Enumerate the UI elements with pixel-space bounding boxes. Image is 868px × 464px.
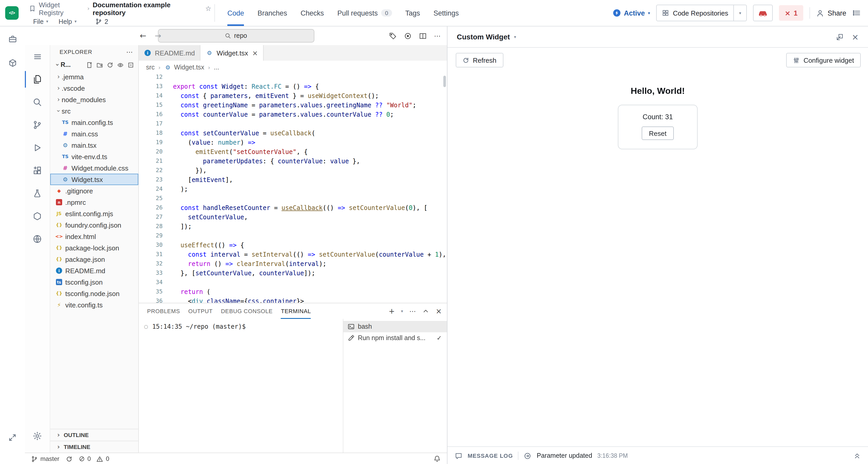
configure-widget-button[interactable]: Configure widget	[786, 53, 861, 67]
eye-icon[interactable]	[117, 61, 124, 68]
breadcrumb-item-widget-tsx[interactable]: ⚙Widget.tsx	[164, 64, 204, 71]
code-line[interactable]: 34	[139, 278, 447, 287]
tree-item-vite-env-d-ts[interactable]: TSvite-env.d.ts	[50, 151, 138, 162]
code-line[interactable]: 35 return (	[139, 287, 447, 296]
app-menu-icon[interactable]	[852, 9, 861, 17]
search-icon[interactable]	[25, 91, 50, 114]
editor-tab-widget-tsx[interactable]: ⚙Widget.tsx×	[201, 45, 264, 61]
close-tab-icon[interactable]: ×	[252, 49, 258, 57]
globe-icon[interactable]	[25, 228, 50, 251]
back-arrow-icon[interactable]: ←	[140, 31, 146, 40]
tree-item-foundry-config-json[interactable]: {}foundry.config.json	[50, 219, 138, 231]
code-editor[interactable]: 1213export const Widget: React.FC = () =…	[139, 74, 447, 303]
code-line[interactable]: 31 const interval = setInterval(() => se…	[139, 250, 447, 259]
extensions-icon[interactable]	[25, 159, 50, 182]
message-log-bar[interactable]: MESSAGE LOG Parameter updated 3:16:38 PM	[447, 446, 868, 464]
explorer-root-row[interactable]: › R...	[50, 59, 138, 71]
tree-item-main-config-ts[interactable]: TSmain.config.ts	[50, 117, 138, 128]
forward-arrow-icon[interactable]: →	[155, 31, 161, 40]
panel-more-icon[interactable]: ⋯	[409, 307, 416, 315]
timeline-section[interactable]: › TIMELINE	[50, 441, 138, 453]
repo-tab-settings[interactable]: Settings	[433, 0, 459, 26]
widgets-hexagon-icon[interactable]	[25, 205, 50, 228]
command-search-input[interactable]: repo	[158, 29, 314, 42]
repo-tab-branches[interactable]: Branches	[258, 0, 287, 26]
code-line[interactable]: 30 useEffect(() => {	[139, 240, 447, 250]
tag-icon[interactable]	[389, 32, 397, 40]
editor-tab-readme-md[interactable]: iREADME.md	[139, 45, 201, 61]
tree-item-node-modules[interactable]: ›node_modules	[50, 94, 138, 105]
code-line[interactable]: 27 setCounterValue,	[139, 212, 447, 222]
code-line[interactable]: 19 (value: number) =>	[139, 138, 447, 147]
code-line[interactable]: 17	[139, 119, 447, 128]
new-file-icon[interactable]	[86, 61, 93, 68]
code-line[interactable]: 14 const { parameters, emitEvent } = use…	[139, 91, 447, 100]
close-panel-icon[interactable]: ×	[852, 32, 859, 42]
tree-item-package-lock-json[interactable]: {}package-lock.json	[50, 242, 138, 254]
code-line[interactable]: 23 [emitEvent],	[139, 175, 447, 184]
tree-item-main-css[interactable]: #main.css	[50, 128, 138, 140]
maximize-panel-icon[interactable]	[422, 308, 430, 315]
chevron-down-icon[interactable]: ▾	[401, 309, 403, 313]
code-line[interactable]: 24 );	[139, 184, 447, 194]
repo-tab-tags[interactable]: Tags	[405, 0, 420, 26]
tree-item-tsconfig-node-json[interactable]: {}tsconfig.node.json	[50, 288, 138, 299]
vehicle-button[interactable]	[753, 5, 773, 21]
expand-panel-icon[interactable]	[8, 433, 17, 442]
editor-scrollbar-thumb[interactable]	[443, 76, 446, 87]
code-line[interactable]: 25	[139, 194, 447, 203]
tree-item-npmrc[interactable]: n.npmrc	[50, 197, 138, 208]
cube-icon[interactable]	[6, 57, 19, 69]
code-line[interactable]: 13export const Widget: React.FC = () => …	[139, 82, 447, 91]
breadcrumb-item-[interactable]: ...	[214, 64, 219, 71]
run-debug-icon[interactable]	[25, 136, 50, 159]
new-folder-icon[interactable]	[96, 61, 103, 68]
build-status-button[interactable]: Active ▾	[612, 9, 650, 17]
problems-indicator[interactable]: 0 0	[79, 455, 109, 462]
tree-item-eslint-config-mjs[interactable]: JSeslint.config.mjs	[50, 208, 138, 219]
tree-item-readme-md[interactable]: iREADME.md	[50, 265, 138, 276]
expand-log-icon[interactable]	[854, 452, 861, 459]
terminal-list-item-run-npm-install-and-s[interactable]: Run npm install and s...✓	[343, 332, 447, 344]
more-actions-icon[interactable]: ⋯	[434, 32, 441, 40]
settings-gear-icon[interactable]	[25, 425, 50, 447]
tree-item-src[interactable]: ›src	[50, 105, 138, 117]
split-editor-icon[interactable]	[419, 32, 427, 40]
tree-item-jemma[interactable]: ›.jemma	[50, 71, 138, 82]
terminal-list-item-bash[interactable]: bash	[343, 321, 447, 332]
tree-item-index-html[interactable]: <>index.html	[50, 231, 138, 242]
menu-icon[interactable]	[25, 45, 50, 68]
help-menu[interactable]: Help ▾	[54, 18, 81, 25]
repo-tab-checks[interactable]: Checks	[301, 0, 324, 26]
branch-indicator[interactable]: master	[31, 455, 59, 462]
panel-tab-output[interactable]: OUTPUT	[188, 303, 213, 319]
code-line[interactable]: 18 const setCounterValue = useCallback(	[139, 128, 447, 138]
code-line[interactable]: 20 emitEvent("setCounterValue", {	[139, 147, 447, 156]
code-line[interactable]: 33 }, [setCounterValue, counterValue]);	[139, 268, 447, 278]
code-line[interactable]: 15 const greetingName = parameters.value…	[139, 100, 447, 110]
code-line[interactable]: 22 }),	[139, 166, 447, 175]
widget-panel-title[interactable]: Custom Widget	[457, 33, 510, 41]
code-line[interactable]: 28 ]);	[139, 222, 447, 231]
breadcrumb-group[interactable]: Widget Registry	[39, 1, 84, 16]
code-line[interactable]: 12	[139, 74, 447, 82]
code-line[interactable]: 36 <div className={css.container}>	[139, 296, 447, 303]
share-button[interactable]: Share	[816, 9, 846, 17]
preview-icon[interactable]	[404, 32, 412, 40]
refresh-icon[interactable]	[107, 61, 114, 68]
panel-tab-terminal[interactable]: TERMINAL	[281, 303, 311, 319]
explorer-more-icon[interactable]: ⋯	[126, 48, 133, 56]
notifications-bell-icon[interactable]	[433, 455, 441, 462]
tree-item-widget-tsx[interactable]: ⚙Widget.tsx	[50, 174, 138, 185]
new-terminal-icon[interactable]: +	[389, 307, 395, 315]
open-in-window-icon[interactable]	[836, 33, 843, 41]
tree-item-main-tsx[interactable]: ⚙main.tsx	[50, 140, 138, 151]
platform-logo[interactable]: </>	[0, 0, 24, 26]
code-line[interactable]: 29	[139, 231, 447, 240]
breadcrumb-repo-name[interactable]: Documentation example repository	[93, 1, 200, 16]
outline-section[interactable]: › OUTLINE	[50, 429, 138, 441]
refresh-button[interactable]: Refresh	[456, 53, 503, 67]
tree-item-vscode[interactable]: ›.vscode	[50, 82, 138, 94]
breadcrumb-item-src[interactable]: src	[146, 64, 155, 71]
test-beaker-icon[interactable]	[25, 182, 50, 205]
